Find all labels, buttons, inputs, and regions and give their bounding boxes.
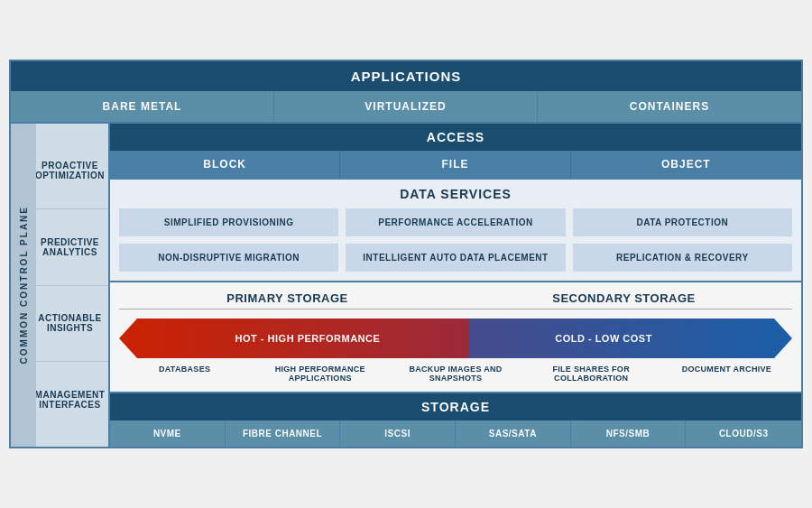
ds-intelligent-auto: INTELLIGENT AUTO DATA PLACEMENT	[346, 244, 565, 272]
data-services-grid: SIMPLIFIED PROVISIONING PERFORMANCE ACCE…	[110, 208, 801, 276]
primary-storage-label: PRIMARY STORAGE	[119, 291, 456, 305]
diagram-container: APPLICATIONS BARE METAL VIRTUALIZED CONT…	[9, 60, 803, 448]
storage-section: STORAGE NVME FIBRE CHANNEL ISCSI SAS/SAT…	[110, 393, 801, 447]
hot-arrow: HOT - HIGH PERFORMANCE	[119, 319, 469, 358]
ds-performance: PERFORMANCE ACCELERATION	[346, 208, 565, 236]
storage-sas-sata: SAS/SATA	[456, 420, 571, 447]
access-header: ACCESS	[110, 124, 801, 151]
storage-item-databases: DATABASES	[119, 365, 250, 383]
access-block: BLOCK	[110, 151, 340, 178]
storage-cloud-s3: CLOUD/S3	[686, 420, 801, 447]
common-control-plane-label: COMMON CONTROL PLANE	[19, 206, 29, 364]
secondary-storage-label: SECONDARY STORAGE	[456, 291, 792, 305]
main-body: COMMON CONTROL PLANE PROACTIVE OPTIMIZAT…	[11, 124, 801, 447]
storage-nfs-smb: NFS/SMB	[571, 420, 687, 447]
app-cell-containers: CONTAINERS	[538, 91, 801, 122]
ds-replication: REPLICATION & RECOVERY	[573, 244, 792, 272]
common-control-plane-label-container: COMMON CONTROL PLANE	[11, 124, 36, 447]
access-object: OBJECT	[571, 151, 801, 178]
applications-row: BARE METAL VIRTUALIZED CONTAINERS	[11, 91, 801, 124]
ds-data-protection: DATA PROTECTION	[573, 208, 792, 236]
content-area: ACCESS BLOCK FILE OBJECT DATA SERVICES S…	[110, 124, 801, 447]
storage-header: STORAGE	[110, 393, 801, 420]
storage-nvme: NVME	[110, 420, 226, 447]
data-services-header: DATA SERVICES	[110, 180, 801, 208]
storage-item-backup: BACKUP IMAGES AND SNAPSHOTS	[390, 365, 521, 383]
storage-tiers-section: PRIMARY STORAGE SECONDARY STORAGE HOT - …	[110, 282, 801, 393]
applications-header: APPLICATIONS	[11, 61, 801, 91]
storage-items-row: DATABASES HIGH PERFORMANCE APPLICATIONS …	[119, 365, 792, 383]
cold-arrow: COLD - LOW COST	[442, 319, 792, 358]
data-services-section: DATA SERVICES SIMPLIFIED PROVISIONING PE…	[110, 180, 801, 282]
arrow-container: HOT - HIGH PERFORMANCE COLD - LOW COST	[119, 317, 792, 360]
storage-item-fileshares: FILE SHARES FOR COLLABORATION	[526, 365, 657, 383]
storage-item-high-perf: HIGH PERFORMANCE APPLICATIONS	[254, 365, 385, 383]
storage-tiers-header: PRIMARY STORAGE SECONDARY STORAGE	[119, 291, 792, 309]
storage-fibre-channel: FIBRE CHANNEL	[226, 420, 341, 447]
access-row: BLOCK FILE OBJECT	[110, 151, 801, 180]
app-cell-bare-metal: BARE METAL	[11, 91, 274, 122]
access-file: FILE	[340, 151, 570, 178]
sidebar: COMMON CONTROL PLANE PROACTIVE OPTIMIZAT…	[11, 124, 110, 447]
storage-item-document: DOCUMENT ARCHIVE	[661, 365, 792, 383]
ds-simplified: SIMPLIFIED PROVISIONING	[119, 208, 338, 236]
storage-row: NVME FIBRE CHANNEL ISCSI SAS/SATA NFS/SM…	[110, 420, 801, 447]
ds-non-disruptive: NON-DISRUPTIVE MIGRATION	[119, 244, 338, 272]
storage-iscsi: ISCSI	[340, 420, 456, 447]
arrow-wrapper: HOT - HIGH PERFORMANCE COLD - LOW COST	[119, 317, 792, 360]
app-cell-virtualized: VIRTUALIZED	[274, 91, 538, 122]
